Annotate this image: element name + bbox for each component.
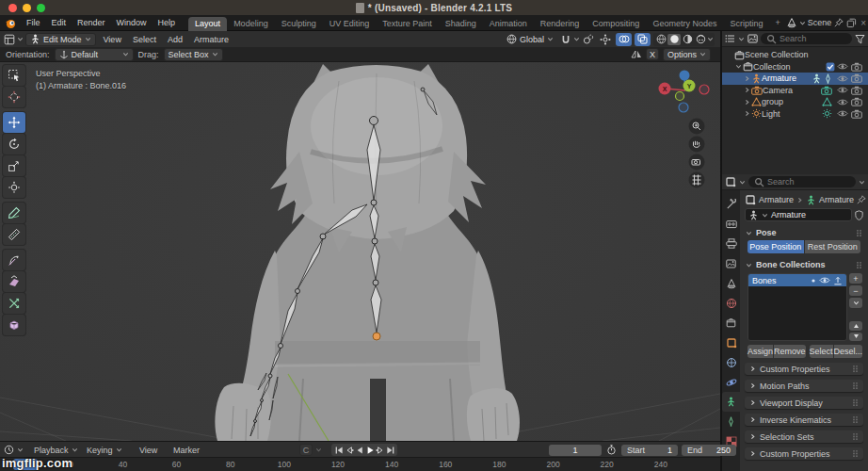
outliner-row-camera[interactable]: Camera [722, 85, 868, 97]
play-button[interactable] [364, 445, 375, 455]
workspace-tab-rendering[interactable]: Rendering [534, 17, 587, 31]
timeline-ruler[interactable]: 20406080100120140160180200220240 [0, 457, 720, 471]
transform-orientation-dropdown[interactable]: Global [502, 33, 558, 46]
properties-tab-constraints[interactable] [722, 352, 740, 372]
outliner-row-group[interactable]: group [722, 96, 868, 108]
expand-icon[interactable] [743, 87, 751, 93]
chevron-down-icon[interactable] [859, 179, 865, 186]
pose-panel-header[interactable]: Pose [742, 226, 866, 239]
properties-tab-object-data[interactable] [722, 392, 740, 412]
workspace-tab-animation[interactable]: Animation [483, 17, 534, 31]
panel-viewport-display[interactable]: Viewport Display [745, 397, 863, 409]
menu-window[interactable]: Window [111, 18, 153, 27]
drag-handle-icon[interactable] [856, 261, 862, 269]
hide-eye-icon[interactable] [837, 109, 848, 118]
stretch-tool[interactable] [3, 293, 25, 314]
next-keyframe-button[interactable] [375, 445, 385, 455]
blender-logo-icon[interactable] [5, 17, 17, 29]
editor-type-icon[interactable] [4, 34, 15, 45]
workspace-tab-layout[interactable]: Layout [188, 17, 227, 31]
hide-eye-icon[interactable] [837, 74, 848, 83]
timeline-menu-playback[interactable]: Playback [34, 443, 78, 457]
prev-keyframe-button[interactable] [344, 445, 354, 455]
pin-icon[interactable] [834, 18, 844, 27]
rest-position-button[interactable]: Rest Position [805, 240, 861, 253]
scale-tool[interactable] [3, 155, 25, 176]
timeline-editor-type-icon[interactable] [4, 443, 24, 457]
desel-button[interactable]: Desel... [834, 345, 863, 358]
properties-tab-collection[interactable] [722, 313, 740, 333]
viewport-menu-add[interactable]: Add [162, 35, 188, 44]
workspace-tab-compositing[interactable]: Compositing [586, 17, 646, 31]
properties-tab-bone[interactable] [722, 412, 740, 431]
end-frame-field[interactable]: End250 [682, 443, 736, 457]
new-scene-icon[interactable] [846, 18, 857, 28]
specials-menu-button[interactable] [849, 298, 862, 308]
select-button[interactable]: Select [810, 345, 833, 358]
properties-tab-view-layer[interactable] [722, 253, 740, 273]
options-dropdown[interactable]: Options [663, 48, 711, 61]
menu-help[interactable]: Help [153, 18, 182, 27]
bone-collections-panel-header[interactable]: Bone Collections [742, 258, 866, 271]
current-frame-field[interactable]: 1 [549, 443, 602, 457]
disable-render-icon[interactable] [851, 73, 862, 83]
properties-tab-world[interactable] [722, 293, 740, 313]
menu-render[interactable]: Render [72, 18, 111, 27]
orientation-dropdown[interactable]: Default [55, 48, 134, 61]
rotate-tool[interactable] [3, 134, 25, 154]
disable-render-icon[interactable] [851, 86, 862, 95]
wireframe-shading-button[interactable] [654, 34, 667, 45]
workspace-tab-texture-paint[interactable]: Texture Paint [376, 17, 439, 31]
panel-custom-properties[interactable]: Custom Properties [745, 363, 863, 375]
hide-eye-icon[interactable] [837, 98, 848, 106]
remove-button[interactable]: Remove [774, 345, 806, 358]
properties-tab-output[interactable] [722, 234, 740, 253]
workspace-tab-shading[interactable]: Shading [439, 17, 483, 31]
solid-shading-button[interactable] [667, 34, 681, 45]
jump-end-button[interactable] [385, 445, 395, 455]
xray-toggle[interactable] [635, 33, 651, 46]
primitive-tool[interactable] [3, 315, 25, 335]
outliner-search-input[interactable]: Search [761, 33, 852, 44]
workspace-tab-geometry-nodes[interactable]: Geometry Nodes [646, 17, 723, 31]
panel-motion-paths[interactable]: Motion Paths [745, 380, 863, 392]
timeline-menu-marker[interactable]: Marker [173, 443, 200, 457]
drag-dropdown[interactable]: Select Box [164, 48, 223, 61]
timeline-menu-keying[interactable]: Keying [87, 443, 122, 457]
visibility-eye-icon[interactable] [819, 276, 830, 284]
material-preview-button[interactable] [681, 34, 694, 45]
disable-render-icon[interactable] [851, 97, 862, 106]
viewport-menu-select[interactable]: Select [127, 35, 162, 44]
add-workspace-button[interactable]: + [769, 18, 785, 27]
properties-tab-render[interactable] [722, 214, 740, 234]
outliner-row-armature[interactable]: Armature [722, 73, 868, 85]
outliner-row-collection[interactable]: Collection [722, 61, 868, 73]
outliner-display-mode-icon[interactable] [725, 34, 735, 43]
filter-icon[interactable] [855, 34, 865, 44]
rendered-shading-button[interactable] [694, 34, 707, 45]
annotate-tool[interactable] [3, 203, 25, 223]
snap-magnet-icon[interactable] [561, 35, 571, 44]
pin-icon[interactable] [857, 195, 866, 204]
measure-tool[interactable] [3, 224, 25, 245]
expand-icon[interactable] [743, 110, 751, 117]
outliner-row-light[interactable]: Light [722, 108, 868, 121]
mirror-x-toggle[interactable]: X [646, 48, 659, 60]
menu-edit[interactable]: Edit [46, 18, 72, 27]
navigation-gizmo[interactable]: XY [654, 70, 713, 194]
workspace-tab-modeling[interactable]: Modeling [227, 17, 275, 31]
collapse-icon[interactable] [734, 63, 743, 70]
extrude-tool[interactable] [3, 250, 25, 270]
outliner-id-icon[interactable] [747, 34, 758, 43]
show-overlays-toggle[interactable] [616, 33, 632, 46]
proportional-editing-icon[interactable] [583, 34, 594, 44]
properties-tab-scene[interactable] [722, 273, 740, 293]
hide-eye-icon[interactable] [837, 62, 848, 71]
viewport-menu-armature[interactable]: Armature [188, 35, 234, 44]
transform-tool[interactable] [3, 177, 25, 198]
pose-position-button[interactable]: Pose Position [747, 240, 804, 253]
disable-render-icon[interactable] [851, 62, 862, 72]
start-frame-field[interactable]: Start1 [621, 443, 678, 457]
menu-file[interactable]: File [21, 18, 46, 27]
outliner-row-scene-collection[interactable]: Scene Collection [722, 49, 868, 61]
